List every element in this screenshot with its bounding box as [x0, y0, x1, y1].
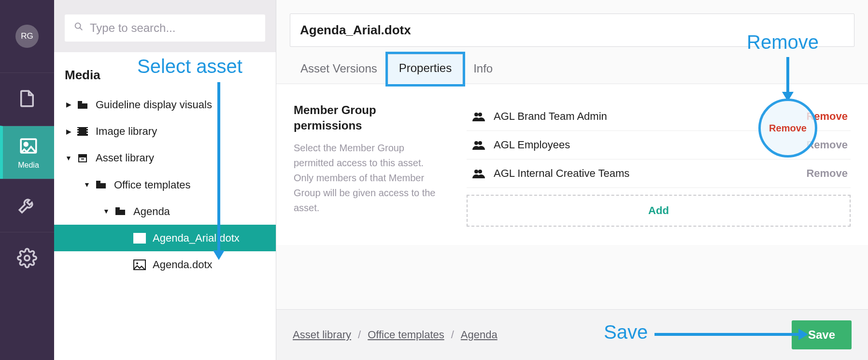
tree-item-label: Image library: [96, 123, 157, 140]
breadcrumb-link[interactable]: Agenda: [461, 329, 498, 341]
svg-point-20: [136, 236, 138, 238]
annotation-arrow: [655, 333, 799, 336]
group-icon: [470, 169, 487, 178]
svg-point-2: [25, 255, 30, 260]
svg-point-25: [474, 141, 478, 145]
svg-point-1: [24, 143, 28, 146]
caret-right-icon: ▶: [65, 126, 72, 137]
svg-point-23: [474, 113, 478, 116]
group-icon: [470, 140, 487, 150]
svg-point-27: [474, 170, 478, 173]
tree-item-guideline[interactable]: ▶ Guideline display visuals: [54, 91, 276, 118]
permission-group-name: AGL Internal Creative Teams: [494, 167, 806, 180]
nav-settings-tool[interactable]: [0, 179, 54, 232]
caret-right-icon: ▶: [65, 99, 72, 110]
nav-media-label: Media: [18, 161, 39, 170]
tree-item-label: Guideline display visuals: [96, 96, 212, 113]
gear-icon: [17, 248, 37, 270]
wrench-icon: [17, 195, 37, 217]
annotation-arrow-head: [213, 250, 225, 260]
nav-media[interactable]: Media: [0, 126, 54, 179]
asset-title-input[interactable]: Agenda_Arial.dotx: [290, 14, 854, 47]
svg-rect-14: [78, 154, 87, 157]
tree-item-agenda-dotx[interactable]: Agenda.dotx: [54, 251, 276, 278]
svg-point-24: [478, 113, 482, 116]
tree-content: Media ▶ Guideline display visuals ▶ Imag…: [54, 52, 276, 360]
annotation-remove-ring: Remove: [758, 99, 817, 158]
svg-point-3: [75, 23, 81, 29]
svg-point-28: [478, 170, 482, 173]
caret-down-icon: ▼: [83, 179, 91, 190]
tree-heading: Media: [54, 56, 276, 91]
tree-item-label: Agenda: [133, 203, 170, 220]
tree-item-label: Office templates: [114, 176, 191, 193]
svg-rect-12: [86, 130, 88, 131]
tab-info[interactable]: Info: [463, 55, 503, 84]
archive-icon: [75, 153, 90, 163]
image-file-icon: [132, 259, 147, 270]
folder-icon: [113, 206, 128, 216]
tree-item-agenda-arial[interactable]: Agenda_Arial.dotx: [54, 225, 276, 251]
avatar[interactable]: RG: [15, 25, 39, 48]
breadcrumb-link[interactable]: Office templates: [368, 329, 444, 341]
svg-rect-18: [115, 207, 120, 209]
main-panel: Agenda_Arial.dotx Asset Versions Propert…: [276, 0, 868, 360]
permission-row: AGL Internal Creative Teams Remove: [467, 159, 851, 188]
tree-item-label: Agenda_Arial.dotx: [153, 230, 240, 246]
breadcrumb-separator: /: [358, 329, 361, 341]
add-permission-button[interactable]: Add: [467, 195, 851, 227]
side-nav: RG Media: [0, 0, 54, 360]
svg-rect-11: [86, 128, 88, 129]
svg-point-26: [478, 141, 482, 145]
svg-rect-17: [96, 181, 100, 183]
nav-settings[interactable]: [0, 232, 54, 285]
tab-asset-versions[interactable]: Asset Versions: [290, 55, 388, 84]
avatar-wrap: RG: [0, 0, 54, 72]
svg-rect-13: [86, 133, 88, 134]
tree-item-asset-library[interactable]: ▼ Asset library: [54, 144, 276, 171]
annotation-arrow-head: [798, 329, 808, 340]
caret-down-icon: ▼: [65, 153, 72, 163]
tree-item-office-templates[interactable]: ▼ Office templates: [54, 172, 276, 198]
permissions-title: Member Group permissions: [294, 102, 443, 134]
permissions-description: Select the Member Group permitted access…: [294, 141, 443, 216]
search-input[interactable]: Type to search...: [65, 14, 265, 42]
tab-properties[interactable]: Properties: [388, 54, 463, 84]
svg-rect-5: [78, 127, 87, 136]
svg-rect-16: [81, 158, 84, 159]
caret-down-icon: ▼: [102, 206, 110, 216]
folder-icon: [75, 100, 90, 110]
breadcrumb-link[interactable]: Asset library: [293, 329, 351, 341]
image-file-icon: [132, 233, 147, 244]
film-icon: [75, 126, 90, 137]
svg-rect-8: [77, 128, 79, 129]
svg-rect-10: [77, 133, 79, 134]
annotation-arrow: [217, 82, 220, 251]
group-icon: [470, 112, 487, 121]
remove-permission-button[interactable]: Remove: [806, 167, 848, 180]
tree-item-image-library[interactable]: ▶ Image library: [54, 118, 276, 144]
search-placeholder: Type to search...: [90, 21, 175, 35]
svg-rect-9: [77, 130, 79, 131]
tree-item-label: Asset library: [96, 149, 154, 166]
permission-group-name: AGL Employees: [494, 139, 806, 151]
search-wrap: Type to search...: [54, 0, 276, 52]
breadcrumb-separator: /: [451, 329, 454, 341]
tree-item-label: Agenda.dotx: [153, 256, 213, 273]
tabs: Asset Versions Properties Info: [276, 47, 868, 84]
annotation-arrow: [786, 57, 789, 93]
search-icon: [73, 21, 90, 35]
image-icon: [18, 136, 39, 158]
nav-content[interactable]: [0, 72, 54, 126]
tree-item-agenda-folder[interactable]: ▼ Agenda: [54, 198, 276, 225]
breadcrumb: Asset library / Office templates / Agend…: [293, 329, 498, 341]
page-icon: [17, 88, 37, 111]
folder-icon: [94, 180, 108, 189]
svg-point-22: [136, 262, 138, 264]
tree-panel: Type to search... Media ▶ Guideline disp…: [54, 0, 276, 360]
svg-rect-4: [78, 101, 82, 103]
